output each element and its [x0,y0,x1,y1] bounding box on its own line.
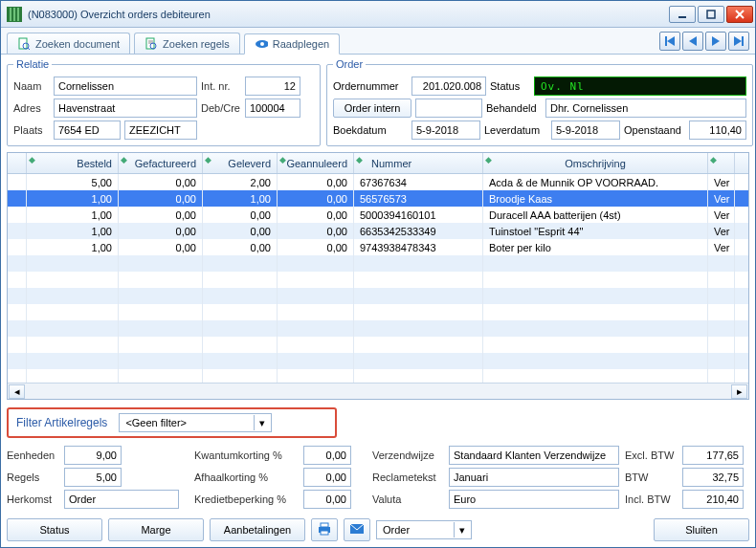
plaats-label: Plaats [13,124,50,136]
mail-button[interactable] [344,518,370,541]
col-omschrijving[interactable]: ◆Omschrijving [483,153,708,173]
col-selector[interactable] [8,153,27,173]
debcre-input[interactable] [245,99,300,118]
col-geleverd[interactable]: ◆Geleverd [203,153,278,173]
openstaand-label: Openstaand [624,124,685,136]
table-row[interactable]: 1,000,000,000,006635342533349Tuinstoel "… [8,223,748,239]
kwantum-input[interactable] [303,446,351,465]
nav-first-button[interactable] [659,32,680,51]
relatie-group: Relatie Naam Int. nr. Adres Deb/Cre Plaa… [7,58,321,146]
sort-icon: ◆ [710,155,717,164]
adres-input[interactable] [54,99,197,118]
nav-last-button[interactable] [728,32,749,51]
intnr-input[interactable] [245,77,300,96]
tab-zoeken-regels[interactable]: Zoeken regels [134,33,240,54]
col-nummer[interactable]: ◆Nummer [354,153,483,173]
order-legend: Order [333,58,366,70]
cell-nummer: 56576573 [354,190,483,207]
boekdatum-input[interactable] [411,121,480,140]
afhaal-label: Afhaalkorting % [194,471,300,483]
col-extra[interactable]: ◆ [708,153,735,173]
svg-rect-18 [742,36,744,46]
cell-omschrijving: Duracell AAA batterijen (4st) [483,207,708,223]
scroll-right-icon[interactable]: ▸ [731,384,747,399]
order-intern-input[interactable] [415,99,482,118]
aanbetalingen-button[interactable]: Aanbetalingen [210,518,305,541]
svg-line-6 [28,48,30,50]
leverdatum-input[interactable] [551,121,620,140]
tab-label: Zoeken document [35,38,120,50]
nav-prev-button[interactable] [682,32,703,51]
minimize-button[interactable] [669,6,696,23]
eenheden-input[interactable] [64,446,122,465]
cell-extra [708,288,735,304]
marge-button[interactable]: Marge [108,518,204,541]
scroll-left-icon[interactable]: ◂ [9,384,25,399]
table-row[interactable] [8,304,748,320]
table-row[interactable]: 1,000,000,000,005000394160101Duracell AA… [8,207,748,223]
sort-icon: ◆ [205,155,211,164]
cell-geleverd [203,255,278,272]
cell-omschrijving [483,337,708,353]
order-intern-button[interactable]: Order intern [333,99,411,118]
openstaand-input[interactable] [689,121,746,140]
behandeld-input[interactable] [545,99,746,118]
postcode-input[interactable] [54,121,121,140]
col-gefactureerd[interactable]: ◆Gefactureerd [119,153,203,173]
table-row[interactable] [8,272,748,288]
plaats-input[interactable] [124,121,197,140]
nav-next-button[interactable] [705,32,726,51]
status-button[interactable]: Status [7,518,102,541]
status-label: Status [490,80,530,92]
table-row[interactable]: 5,000,002,000,0067367634Acda & de Munnik… [8,174,748,190]
col-geannuleerd[interactable]: ◆Geannuleerd [278,153,354,173]
kredietbep-input[interactable] [303,490,351,509]
sluiten-button[interactable]: Sluiten [654,518,749,541]
cell-nummer: 5000394160101 [354,207,483,223]
inclbtw-input[interactable] [682,490,744,509]
table-row[interactable] [8,337,748,353]
naam-input[interactable] [54,77,197,96]
table-row[interactable] [8,353,748,369]
herkomst-input[interactable] [64,490,179,509]
table-row[interactable]: 1,000,001,000,0056576573Broodje KaasVer [8,190,748,207]
btw-input[interactable] [682,468,744,487]
afhaal-input[interactable] [303,468,351,487]
ordernr-input[interactable] [411,77,486,96]
table-row[interactable] [8,320,748,337]
cell-besteld: 1,00 [27,239,119,255]
regels-input[interactable] [64,468,122,487]
verzend-input[interactable] [449,446,619,465]
record-nav [659,32,749,54]
cell-geannuleerd [278,337,354,353]
cell-gefactureerd [119,288,203,304]
leverdatum-label: Leverdatum [484,124,547,136]
cell-extra [708,353,735,369]
table-row[interactable]: 1,000,000,000,009743938478343Boter per k… [8,239,748,255]
filter-artikelregels: Filter Artikelregels <Geen filter> ▾ [7,407,337,438]
col-besteld[interactable]: ◆Besteld [27,153,119,173]
chevron-down-icon: ▾ [254,415,269,430]
maximize-button[interactable] [698,6,724,23]
table-row[interactable] [8,288,748,304]
cell-extra [708,272,735,288]
tab-raadplegen[interactable]: Raadplegen [244,33,340,55]
sort-icon: ◆ [485,155,492,164]
cell-nummer [354,369,483,383]
reclame-input[interactable] [449,468,619,487]
table-row[interactable] [8,255,748,272]
window-title: (N083000) Overzicht orders debiteuren [28,9,667,20]
grid-body[interactable]: 5,000,002,000,0067367634Acda & de Munnik… [8,174,748,383]
valuta-input[interactable] [449,490,619,509]
cell-geannuleerd: 0,00 [278,190,354,207]
search-doc-icon [17,37,31,51]
print-button[interactable] [311,518,338,541]
tab-zoeken-document[interactable]: Zoeken document [7,33,130,54]
grid-hscroll[interactable]: ◂ ▸ [8,383,748,399]
table-row[interactable] [8,369,748,383]
close-button[interactable] [726,6,753,23]
order-select[interactable]: Order▾ [376,520,472,539]
cell-omschrijving: Acda & de Munnik OP VOORRAAD. [483,174,708,190]
exclbtw-input[interactable] [682,446,744,465]
filter-select[interactable]: <Geen filter> ▾ [119,413,272,432]
